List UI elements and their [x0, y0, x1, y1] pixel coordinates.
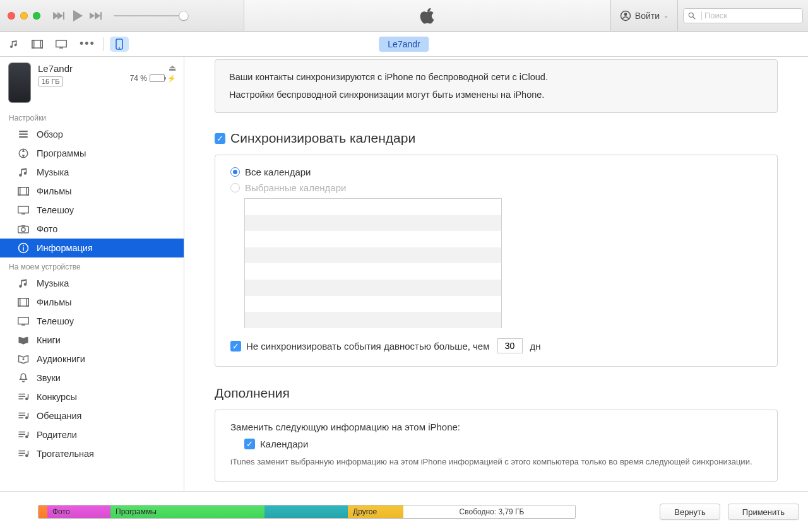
sign-in-menu[interactable]: Войти ⌄ — [611, 0, 678, 31]
charging-icon: ⚡ — [167, 74, 176, 83]
search-field[interactable] — [683, 8, 803, 23]
storage-seg-other: Другое — [348, 505, 403, 518]
sidebar-item-label: Фото — [37, 224, 57, 234]
sidebar-item-label: Трогательная — [37, 449, 94, 459]
svg-rect-18 — [18, 206, 29, 213]
sidebar-item-movies[interactable]: Фильмы — [0, 182, 184, 201]
battery-icon — [150, 74, 165, 82]
battery-percent: 74 % — [130, 74, 147, 83]
storage-seg-free: Свободно: 3,79 ГБ — [403, 505, 575, 518]
playlist-icon — [18, 391, 29, 403]
sidebar-item-label: Фильмы — [37, 186, 72, 196]
sidebar-od-music[interactable]: Музыка — [0, 274, 184, 293]
svg-point-10 — [119, 47, 120, 49]
window-controls — [8, 12, 40, 20]
seg-label: Программы — [116, 507, 157, 516]
sidebar-item-label: Аудиокниги — [37, 354, 85, 364]
device-tab[interactable] — [110, 37, 129, 52]
movies-tab-icon[interactable] — [32, 40, 43, 49]
sidebar-od-pl2[interactable]: Обещания — [0, 406, 184, 425]
sidebar-od-tvshows[interactable]: Телешоу — [0, 312, 184, 331]
nosync-old-events-checkbox[interactable]: ✓ — [230, 341, 241, 352]
apply-button[interactable]: Применить — [728, 504, 799, 520]
volume-slider[interactable] — [114, 15, 183, 16]
svg-point-21 — [21, 228, 25, 232]
sidebar-item-photos[interactable]: Фото — [0, 220, 184, 239]
sidebar-item-overview[interactable]: Обзор — [0, 125, 184, 144]
play-button[interactable] — [72, 9, 83, 22]
sidebar-od-pl4[interactable]: Трогательная — [0, 444, 184, 463]
svg-rect-6 — [40, 40, 42, 48]
seg-label: Другое — [353, 507, 377, 516]
sidebar-item-label: Музыка — [37, 167, 69, 177]
audiobook-icon — [18, 353, 29, 365]
sidebar: Le7andr ⏏ 16 ГБ 74 % ⚡ Настройки Обзор П… — [0, 57, 184, 491]
sidebar-item-label: Родители — [37, 430, 77, 440]
sync-calendars-checkbox[interactable]: ✓ — [215, 133, 225, 144]
sidebar-od-audiobooks[interactable]: Аудиокниги — [0, 350, 184, 369]
eject-icon[interactable]: ⏏ — [169, 63, 176, 73]
replace-calendars-checkbox[interactable]: ✓ — [244, 439, 255, 449]
iphone-icon — [116, 38, 123, 50]
nosync-days-input[interactable] — [497, 338, 523, 353]
sidebar-od-pl3[interactable]: Родители — [0, 425, 184, 444]
minimize-window-button[interactable] — [20, 12, 28, 20]
storage-seg-apps: Программы — [110, 505, 264, 518]
revert-button[interactable]: Вернуть — [660, 504, 720, 520]
device-header: Le7andr ⏏ 16 ГБ 74 % ⚡ — [0, 57, 184, 109]
apps-icon — [18, 148, 29, 159]
search-icon — [687, 11, 696, 20]
sidebar-od-books[interactable]: Книги — [0, 331, 184, 350]
search-input[interactable] — [704, 11, 799, 20]
sidebar-od-tones[interactable]: Звуки — [0, 369, 184, 387]
sidebar-item-info[interactable]: Информация — [0, 239, 184, 257]
window-titlebar: Войти ⌄ — [0, 0, 808, 32]
svg-rect-5 — [32, 40, 34, 48]
tvshows-tab-icon[interactable] — [56, 40, 67, 49]
sign-in-label: Войти — [635, 11, 660, 21]
selected-calendars-list — [244, 198, 502, 328]
zoom-window-button[interactable] — [33, 12, 40, 20]
sidebar-item-tvshows[interactable]: Телешоу — [0, 201, 184, 220]
svg-point-31 — [23, 358, 25, 360]
sidebar-item-label: Фильмы — [37, 297, 72, 307]
more-tabs-button[interactable]: ••• — [80, 37, 95, 50]
prev-track-button[interactable] — [53, 11, 66, 21]
music-tab-icon[interactable] — [9, 39, 19, 49]
svg-rect-24 — [23, 247, 24, 251]
radio-off-icon — [230, 183, 240, 192]
playlist-icon — [18, 448, 29, 459]
playlist-icon — [18, 410, 29, 422]
radio-on-icon — [230, 167, 240, 177]
book-icon — [18, 334, 29, 346]
device-capacity-badge: 16 ГБ — [38, 76, 63, 86]
device-name-pill[interactable]: Le7andr — [379, 37, 429, 52]
film-icon — [18, 186, 29, 197]
seg-label: Свободно: 3,79 ГБ — [460, 507, 525, 516]
svg-line-3 — [693, 16, 696, 19]
main-content: Ваши контакты синхронизируются с iPhone … — [184, 57, 808, 491]
svg-point-25 — [23, 245, 24, 246]
close-window-button[interactable] — [8, 12, 15, 20]
sidebar-od-pl1[interactable]: Конкурсы — [0, 387, 184, 406]
film-icon — [18, 297, 29, 308]
music-icon — [18, 167, 29, 178]
sidebar-item-music[interactable]: Музыка — [0, 163, 184, 182]
replace-calendars-label: Календари — [260, 439, 308, 449]
next-track-button[interactable] — [90, 11, 102, 21]
apple-logo-icon — [419, 6, 436, 25]
radio-selected-calendars[interactable]: Выбранные календари — [230, 182, 762, 193]
sidebar-item-label: Книги — [37, 335, 61, 345]
sidebar-item-apps[interactable]: Программы — [0, 144, 184, 163]
notice-line: Настройки беспроводной синхронизации мог… — [229, 86, 763, 104]
playlist-icon — [18, 429, 29, 440]
device-thumbnail — [9, 63, 30, 102]
radio-all-calendars[interactable]: Все календари — [230, 167, 762, 177]
sidebar-item-label: Конкурсы — [37, 392, 77, 402]
svg-rect-41 — [28, 413, 29, 418]
sidebar-item-label: Телешоу — [37, 205, 74, 215]
sidebar-od-movies[interactable]: Фильмы — [0, 293, 184, 312]
storage-seg-docs — [264, 505, 348, 518]
svg-rect-36 — [28, 394, 29, 399]
calendars-panel: Все календари Выбранные календари ✓ Не с… — [215, 155, 778, 367]
